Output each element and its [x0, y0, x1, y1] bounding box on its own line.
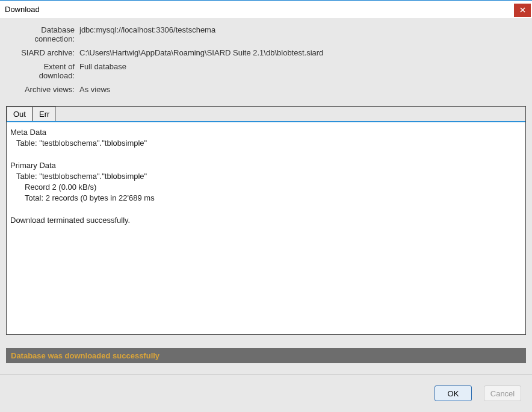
status-bar: Database was downloaded successfully	[6, 348, 526, 363]
tab-out[interactable]: Out	[7, 107, 32, 121]
info-row-views: Archive views: As views	[6, 85, 526, 94]
log-line: Total: 2 records (0 bytes in 22'689 ms	[10, 193, 522, 204]
log-line: Download terminated successfully.	[10, 215, 522, 226]
tabs-row: Out Err	[7, 107, 525, 122]
value-siard: C:\Users\Hartwig\AppData\Roaming\SIARD S…	[79, 48, 323, 57]
log-line: Meta Data	[10, 127, 522, 138]
tab-err[interactable]: Err	[32, 107, 56, 121]
info-row-extent: Extent of download: Full database	[6, 62, 526, 80]
info-row-db-conn: Database connection: jdbc:mysql://localh…	[6, 25, 526, 43]
log-line: Primary Data	[10, 160, 522, 171]
close-button[interactable]	[514, 4, 531, 17]
label-siard: SIARD archive:	[6, 48, 79, 57]
log-line: Record 2 (0.00 kB/s)	[10, 182, 522, 193]
log-panel: Out Err Meta DataTable: "testblobschema"…	[6, 106, 526, 335]
log-line: Table: "testblobschema"."tblobsimple"	[10, 171, 522, 182]
info-row-siard: SIARD archive: C:\Users\Hartwig\AppData\…	[6, 48, 526, 57]
button-row: OK Cancel	[0, 374, 532, 412]
info-grid: Database connection: jdbc:mysql://localh…	[0, 18, 532, 105]
label-extent: Extent of download:	[6, 62, 79, 80]
log-output[interactable]: Meta DataTable: "testblobschema"."tblobs…	[7, 122, 525, 334]
close-icon	[520, 7, 525, 13]
ok-button[interactable]: OK	[435, 385, 472, 401]
value-extent: Full database	[79, 62, 126, 80]
content-area: Database connection: jdbc:mysql://localh…	[0, 18, 532, 412]
value-db-conn: jdbc:mysql://localhost:3306/testschema	[79, 25, 215, 43]
window-title: Download	[5, 5, 40, 14]
label-db-conn: Database connection:	[6, 25, 79, 43]
log-line: Table: "testblobschema"."tblobsimple"	[10, 138, 522, 149]
status-message: Database was downloaded successfully	[11, 351, 159, 360]
titlebar: Download	[0, 0, 532, 18]
cancel-button: Cancel	[484, 385, 521, 401]
value-views: As views	[79, 85, 110, 94]
download-window: Download Database connection: jdbc:mysql…	[0, 0, 532, 412]
label-views: Archive views:	[6, 85, 79, 94]
